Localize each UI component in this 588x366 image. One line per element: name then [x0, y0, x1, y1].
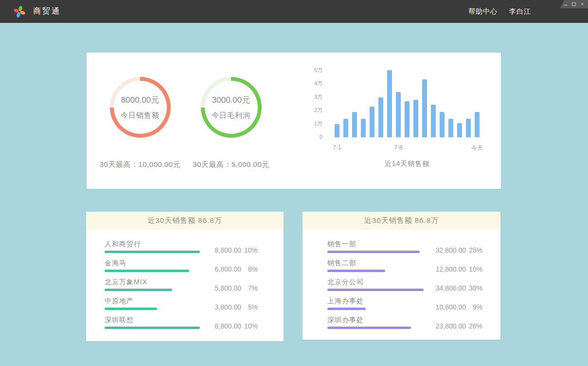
rank-row-bar	[327, 327, 411, 329]
rank-row: 中原地产3,800.005%	[105, 296, 258, 310]
close-button[interactable]: ×	[580, 1, 585, 7]
daily-sales-bar	[431, 105, 436, 137]
rank-row: 北京万象MIX5,800.007%	[105, 277, 258, 291]
x-tick-label: 今天	[471, 144, 483, 152]
today-profit-label: 今日毛利润	[212, 111, 250, 120]
daily-sales-bar	[405, 101, 410, 137]
today-profit-ring-center: 3000.00元 今日毛利润	[205, 81, 258, 134]
rank-row-percent: 25%	[466, 246, 482, 254]
rank-row-amount: 12,800.00	[431, 265, 466, 273]
rank-row-amount: 3,800.00	[206, 303, 241, 311]
rank-row-percent: 10%	[241, 322, 258, 330]
minimize-button[interactable]	[563, 1, 568, 7]
rank-row: 销售一部32,800.0025%	[327, 239, 482, 253]
titlebar-right: 帮助中心 李白江	[468, 0, 531, 23]
daily-sales-chart-title: 近14天销售额	[335, 160, 480, 168]
rank-row-amount: 23,800.00	[431, 322, 466, 330]
titlebar: 商贸通 帮助中心 李白江 ×	[0, 0, 588, 23]
user-menu[interactable]: 李白江	[509, 7, 531, 16]
rank-row-percent: 10%	[241, 246, 258, 254]
y-tick-label: 3万	[301, 94, 322, 100]
rank-row-value: 12,800.0010%	[431, 265, 482, 273]
rank-row-bar	[105, 289, 172, 291]
rank-row: 深圳联想8,800.0010%	[105, 315, 258, 329]
rank-row-amount: 8,800.00	[206, 246, 241, 254]
rank-row-percent: 30%	[466, 284, 482, 292]
rank-row-bar	[105, 270, 189, 272]
app-logo-icon	[13, 5, 26, 18]
app-title: 商贸通	[33, 6, 61, 17]
y-tick-label: 5万	[301, 67, 322, 73]
today-profit-value: 3000.00元	[212, 94, 250, 106]
daily-sales-bar	[396, 92, 401, 137]
customer-rank-title: 近30天销售额 86.8万	[86, 212, 284, 230]
rank-row-bar	[327, 289, 424, 291]
daily-sales-bar	[422, 79, 427, 137]
rank-row-amount: 8,800.00	[206, 322, 241, 330]
daily-sales-bar	[335, 124, 339, 137]
customer-rank-card: 近30天销售额 86.8万 人和商贸行8,800.0010%金海马6,800.0…	[86, 212, 284, 341]
daily-sales-bar	[352, 112, 357, 137]
rank-row-value: 23,800.0026%	[431, 322, 482, 330]
y-tick-label: 4万	[301, 80, 322, 86]
y-tick-label: 2万	[301, 107, 322, 113]
rank-row-percent: 5%	[241, 303, 258, 311]
rank-row-bar	[105, 327, 200, 329]
rank-row-bar	[327, 308, 366, 310]
daily-sales-bar	[466, 119, 471, 137]
today-sales-ring-center: 8000.00元 今日销售额	[114, 81, 167, 134]
rank-row-value: 3,800.005%	[206, 303, 258, 311]
rank-row-value: 5,800.007%	[206, 284, 258, 292]
rank-row: 上海办事处10,800.009%	[327, 296, 482, 310]
department-rank-title: 近30天销售额 86.8万	[303, 212, 500, 230]
maximize-icon	[572, 2, 576, 6]
rank-row-value: 34,800.0030%	[431, 284, 482, 292]
y-tick-label: 1万	[301, 121, 322, 127]
today-profit-ring: 3000.00元 今日毛利润	[201, 77, 262, 138]
rank-row-bar	[327, 270, 385, 272]
rank-row-value: 10,800.009%	[431, 303, 482, 311]
daily-sales-bar	[361, 119, 366, 137]
rank-row-percent: 10%	[466, 265, 482, 273]
daily-sales-bars	[335, 69, 480, 137]
rank-row-value: 8,800.0010%	[206, 246, 258, 254]
rank-row-value: 8,800.0010%	[206, 322, 258, 330]
rank-row: 北京分公司34,800.0030%	[327, 277, 482, 291]
today-sales-ring: 8000.00元 今日销售额	[110, 77, 171, 138]
y-tick-label: 0	[301, 134, 322, 140]
close-icon: ×	[581, 1, 584, 7]
daily-sales-bar	[370, 107, 374, 137]
daily-sales-bar	[448, 119, 453, 137]
today-profit-gauge: 3000.00元 今日毛利润 30天最高：5,000.00元	[178, 77, 285, 169]
rank-row: 销售二部12,800.0010%	[327, 258, 482, 272]
rank-row-amount: 34,800.00	[431, 284, 466, 292]
rank-row-percent: 9%	[466, 303, 482, 311]
rank-row-bar	[105, 251, 200, 253]
rank-row-value: 32,800.0025%	[431, 246, 482, 254]
today-sales-value: 8000.00元	[121, 94, 159, 106]
today-overview-card: 8000.00元 今日销售额 30天最高：10,000.00元 3000.00元…	[87, 53, 501, 189]
help-center-link[interactable]: 帮助中心	[468, 7, 498, 16]
rank-row-amount: 5,800.00	[206, 284, 241, 292]
rank-row-bar	[105, 308, 157, 310]
rank-row-amount: 32,800.00	[431, 246, 466, 254]
daily-sales-bar	[413, 100, 418, 137]
daily-sales-bar	[387, 70, 392, 137]
daily-sales-bar	[457, 123, 462, 137]
daily-sales-bar	[343, 119, 348, 137]
rank-row-percent: 8%	[241, 265, 258, 273]
rank-row: 人和商贸行8,800.0010%	[105, 239, 258, 253]
department-rank-list: 销售一部32,800.0025%销售二部12,800.0010%北京分公司34,…	[303, 230, 500, 329]
rank-row-percent: 26%	[466, 322, 482, 330]
rank-row-bar	[327, 251, 420, 253]
chart-x-axis: 7-17-8今天	[335, 144, 480, 152]
rank-row-amount: 10,800.00	[431, 303, 466, 311]
maximize-button[interactable]	[571, 1, 576, 7]
rank-row: 深圳办事处23,800.0026%	[327, 315, 482, 329]
rank-row: 金海马6,800.008%	[105, 258, 258, 272]
minimize-icon	[564, 5, 568, 5]
rank-row-value: 6,800.008%	[206, 265, 258, 273]
rank-row-amount: 6,800.00	[206, 265, 241, 273]
today-sales-label: 今日销售额	[121, 111, 160, 120]
customer-rank-list: 人和商贸行8,800.0010%金海马6,800.008%北京万象MIX5,80…	[86, 230, 284, 329]
